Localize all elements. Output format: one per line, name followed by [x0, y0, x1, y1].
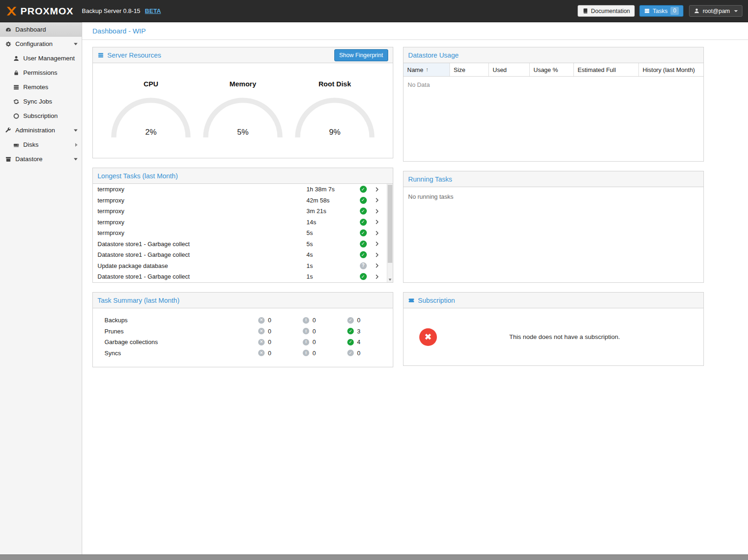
panel-title: Server Resources: [107, 52, 161, 59]
subscription-message: This node does not have a subscription.: [437, 333, 692, 340]
gear-icon: [5, 41, 12, 47]
task-summary-row: Backups 0 0 0: [104, 315, 393, 326]
tasks-count-badge: 0: [670, 7, 679, 15]
task-status-icon: [358, 186, 369, 193]
error-count-icon: [258, 328, 265, 334]
panel-title: Longest Tasks (last Month): [98, 172, 178, 180]
lock-icon: [13, 70, 20, 76]
task-row[interactable]: termproxy 3m 21s: [93, 206, 386, 217]
refresh-icon: [13, 98, 20, 105]
ticket-icon: [408, 297, 415, 304]
task-row[interactable]: termproxy 1h 38m 7s: [93, 184, 386, 195]
task-row[interactable]: termproxy 14s: [93, 217, 386, 228]
sidebar-item-administration[interactable]: Administration: [0, 123, 82, 137]
user-icon: [694, 8, 700, 14]
scrollbar-thumb[interactable]: [388, 185, 392, 263]
task-row[interactable]: termproxy 5s: [93, 228, 386, 239]
ok-count-icon: [347, 328, 354, 334]
panel-title: Running Tasks: [408, 176, 452, 183]
beta-link[interactable]: BETA: [145, 7, 161, 14]
server-resources-panel: Server Resources Show Fingerprint CPU 2%: [92, 47, 393, 158]
chevron-right-icon[interactable]: [369, 197, 386, 203]
column-header-name[interactable]: Name: [403, 63, 450, 76]
chevron-right-icon[interactable]: [369, 241, 386, 247]
proxmox-logo: PROXMOX: [6, 5, 73, 17]
user-icon: [13, 55, 20, 62]
datastore-usage-panel: Datastore Usage Name Size Used Usage % E…: [403, 47, 704, 162]
sidebar-item-sync-jobs[interactable]: Sync Jobs: [0, 94, 82, 109]
chevron-right-icon[interactable]: [369, 208, 386, 214]
task-row[interactable]: Datastore store1 - Garbage collect 1s: [93, 271, 386, 282]
chevron-right-icon[interactable]: [369, 274, 386, 280]
task-status-icon: [358, 197, 369, 204]
task-status-icon: [358, 229, 369, 236]
memory-percent: 5%: [199, 128, 287, 137]
column-header-usage[interactable]: Usage %: [530, 63, 574, 76]
task-row[interactable]: Datastore store1 - Garbage collect 4s: [93, 249, 386, 260]
window-bottom-edge: [0, 554, 748, 560]
sidebar-item-configuration[interactable]: Configuration: [0, 37, 82, 51]
column-header-estimated-full[interactable]: Estimated Full: [574, 63, 639, 76]
error-count-icon: [258, 350, 265, 356]
task-list-icon: [644, 8, 650, 14]
panel-title: Task Summary (last Month): [98, 297, 179, 304]
task-row[interactable]: Datastore store1 - Garbage collect 5s: [93, 239, 386, 250]
collapse-arrow-icon[interactable]: [74, 158, 78, 160]
sidebar-item-subscription[interactable]: Subscription: [0, 109, 82, 123]
panel-title: Subscription: [418, 297, 455, 304]
sidebar-item-permissions[interactable]: Permissions: [0, 65, 82, 80]
ok-count-icon: [347, 317, 354, 324]
scroll-down-arrow-icon[interactable]: [389, 279, 391, 281]
tachometer-icon: [5, 26, 12, 33]
task-status-icon: [358, 241, 369, 247]
error-count-icon: [258, 339, 265, 345]
sidebar-item-user-management[interactable]: User Management: [0, 51, 82, 65]
ok-count-icon: [347, 339, 354, 345]
expand-arrow-icon[interactable]: [75, 143, 78, 147]
chevron-right-icon[interactable]: [369, 219, 386, 225]
task-row[interactable]: Update package database 1s: [93, 260, 386, 272]
server-resources-icon: [98, 52, 104, 59]
brand-text: PROXMOX: [20, 6, 73, 17]
sidebar-item-remotes[interactable]: Remotes: [0, 80, 82, 94]
task-status-icon: [358, 273, 369, 280]
column-header-history[interactable]: History (last Month): [639, 63, 703, 76]
cpu-percent: 2%: [107, 128, 195, 137]
chevron-right-icon[interactable]: [369, 263, 386, 268]
product-version: Backup Server 0.8-15: [82, 7, 140, 14]
warning-count-icon: [303, 328, 309, 334]
chevron-right-icon[interactable]: [369, 252, 386, 258]
user-menu-button[interactable]: root@pam: [689, 5, 742, 17]
wrench-icon: [5, 127, 12, 134]
hard-disk-icon: [13, 142, 20, 148]
subscription-panel: Subscription This node does not have a s…: [403, 292, 704, 366]
task-status-icon: [358, 208, 369, 215]
chevron-right-icon[interactable]: [369, 187, 386, 192]
sidebar-item-dashboard[interactable]: Dashboard: [0, 22, 82, 37]
show-fingerprint-button[interactable]: Show Fingerprint: [334, 49, 389, 61]
task-summary-row: Garbage collections 0 0 4: [104, 337, 393, 348]
sidebar-item-disks[interactable]: Disks: [0, 137, 82, 152]
warning-count-icon: [303, 350, 309, 356]
main-content: Dashboard - WIP Server Resources Show Fi…: [82, 22, 748, 554]
ok-count-icon: [347, 350, 354, 356]
archive-icon: [5, 156, 12, 163]
collapse-arrow-icon[interactable]: [74, 43, 78, 45]
documentation-button[interactable]: Documentation: [578, 5, 635, 17]
chevron-right-icon[interactable]: [369, 230, 386, 236]
running-tasks-panel: Running Tasks No running tasks: [403, 171, 704, 283]
tasks-button[interactable]: Tasks 0: [639, 5, 684, 17]
column-header-used[interactable]: Used: [489, 63, 530, 76]
sort-ascending-icon: [426, 66, 429, 73]
panel-title: Datastore Usage: [408, 52, 459, 59]
sidebar-item-datastore[interactable]: Datastore: [0, 152, 82, 166]
task-status-icon: [358, 262, 369, 269]
collapse-arrow-icon[interactable]: [74, 129, 78, 131]
task-status-icon: [358, 251, 369, 258]
root-disk-percent: 9%: [291, 128, 379, 137]
task-row[interactable]: termproxy 42m 58s: [93, 195, 386, 206]
vertical-scrollbar[interactable]: [387, 184, 393, 282]
no-subscription-icon: [419, 328, 437, 346]
column-header-size[interactable]: Size: [450, 63, 489, 76]
warning-count-icon: [303, 317, 309, 324]
